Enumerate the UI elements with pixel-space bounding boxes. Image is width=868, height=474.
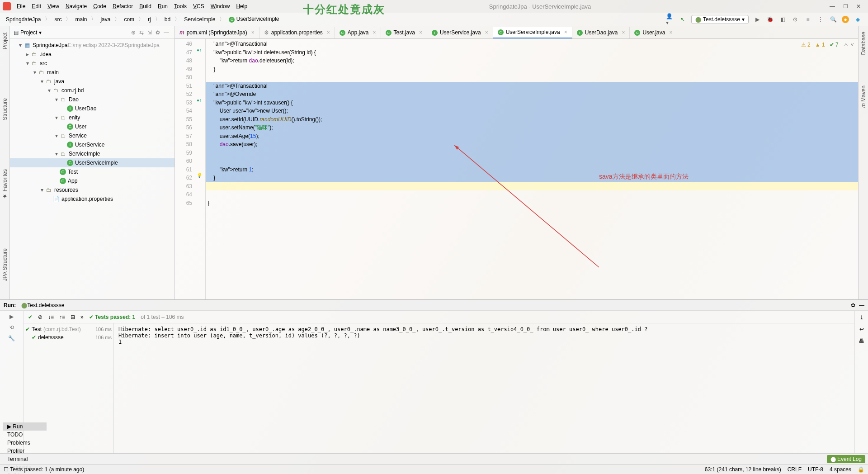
crumb-7[interactable]: ServiceImple — [181, 15, 218, 24]
crumb-2[interactable]: main — [72, 15, 90, 24]
menu-navigate[interactable]: Navigate — [62, 2, 90, 11]
editor-tab[interactable]: CUserServiceImple.java× — [493, 27, 572, 38]
project-toolwindow-tab[interactable]: Project — [2, 31, 8, 51]
profile-icon[interactable]: ⊙ — [791, 15, 799, 24]
toolbox-icon[interactable]: ◆ — [854, 15, 862, 24]
jpa-structure-tab[interactable]: JPA Structure — [2, 246, 8, 283]
run-config-selector[interactable]: ⬤Test.deletsssse▾ — [691, 15, 749, 24]
code-line[interactable]: } — [206, 199, 858, 208]
code-line[interactable]: "kw">return 1; — [206, 166, 858, 174]
tab-close-icon[interactable]: × — [564, 29, 567, 35]
locate-icon[interactable]: ⊕ — [129, 29, 137, 36]
tab-close-icon[interactable]: × — [485, 29, 488, 36]
tab-close-icon[interactable]: × — [251, 29, 255, 36]
bottom-tab-run[interactable]: ▶ Run — [3, 422, 47, 431]
tree-node[interactable]: ▾🗀resources — [10, 185, 175, 194]
encoding[interactable]: UTF-8 — [808, 466, 823, 473]
menu-refactor[interactable]: Refactor — [109, 2, 136, 11]
tree-node[interactable]: IUserDao — [10, 104, 175, 113]
minimize-icon[interactable]: — — [830, 3, 835, 9]
menu-build[interactable]: Build — [136, 2, 155, 11]
editor-tab[interactable]: CTest.java× — [381, 27, 427, 38]
bottom-tab-todo[interactable]: TODO — [3, 431, 47, 439]
editor-tab[interactable]: CUser.java× — [630, 27, 677, 38]
tree-node[interactable]: CUserServiceImple — [10, 158, 175, 167]
editor-tab[interactable]: IUserService.java× — [427, 27, 493, 38]
scroll-icon[interactable]: ⤓ — [859, 314, 864, 321]
bottom-tab-terminal[interactable]: Terminal — [3, 455, 47, 463]
test-row[interactable]: ✔deletsssse106 ms — [25, 333, 112, 341]
crumb-6[interactable]: bd — [161, 15, 174, 24]
crumb-1[interactable]: src — [51, 15, 65, 24]
expand-all-icon[interactable]: ⊟ — [71, 314, 75, 320]
menu-run[interactable]: Run — [155, 2, 171, 11]
code-editor[interactable]: 4647484950515253545556575859606162636465… — [175, 39, 858, 299]
tab-close-icon[interactable]: × — [373, 29, 376, 36]
project-view-label[interactable]: Project — [20, 29, 37, 36]
code-line[interactable]: "kw">public "kw">int deleteuser(String i… — [206, 48, 858, 57]
toggle-icon[interactable]: ⟲ — [9, 324, 14, 331]
menu-window[interactable]: Window — [208, 2, 233, 11]
tab-close-icon[interactable]: × — [669, 29, 672, 36]
sort2-icon[interactable]: ↑≡ — [59, 314, 65, 320]
code-line[interactable]: user.setAge(15); — [206, 132, 858, 141]
code-line[interactable]: "kw">return dao.deleteuser(id); — [206, 57, 858, 65]
test-row[interactable]: ✔Test(com.rj.bd.Test)106 ms — [25, 325, 112, 333]
tree-node[interactable]: IUserService — [10, 140, 175, 149]
menu-help[interactable]: Help — [233, 2, 250, 11]
tab-close-icon[interactable]: × — [327, 29, 330, 36]
crumb-3[interactable]: java — [97, 15, 113, 24]
event-log-button[interactable]: ⬤ Event Log — [827, 455, 865, 463]
code-line[interactable]: "ann">@Transactional — [206, 40, 858, 48]
code-line[interactable]: user.setId(UUID.randomUUID().toString())… — [206, 115, 858, 124]
editor-tab[interactable]: IUserDao.java× — [572, 27, 630, 38]
code-line[interactable]: } — [206, 65, 858, 74]
coverage-icon[interactable]: ◧ — [778, 15, 787, 24]
tree-node[interactable]: ▾🗀enity — [10, 113, 175, 122]
database-toolwindow-tab[interactable]: Database — [860, 30, 867, 57]
tree-node[interactable]: CApp — [10, 176, 175, 185]
run-settings-icon[interactable]: ✿ — [851, 302, 855, 308]
tree-node[interactable]: ▾🗀main — [10, 68, 175, 77]
bottom-tab-profiler[interactable]: Profiler — [3, 447, 47, 455]
structure-toolwindow-tab[interactable]: Structure — [2, 96, 8, 122]
tree-node[interactable]: ▾🗀java — [10, 77, 175, 86]
wrench-icon[interactable]: 🔧 — [8, 335, 15, 341]
code-line[interactable]: "ann">@Override — [206, 90, 858, 99]
code-line[interactable]: dao.save(user); — [206, 140, 858, 149]
ide-update-icon[interactable]: ● — [842, 16, 849, 23]
search-icon[interactable]: 🔍 — [829, 15, 837, 24]
tree-node[interactable]: ▾🗀ServiceImple — [10, 149, 175, 158]
collapse-icon[interactable]: ⇲ — [146, 29, 154, 36]
rerun-icon[interactable]: ▶ — [9, 313, 14, 320]
wrap-icon[interactable]: ↩ — [859, 326, 864, 332]
editor-tab[interactable]: CApp.java× — [335, 27, 381, 38]
close-icon[interactable]: ✕ — [856, 3, 861, 9]
menu-view[interactable]: View — [44, 2, 62, 11]
code-line[interactable]: user.setName("猫咪"); — [206, 123, 858, 132]
menu-vcs[interactable]: VCS — [190, 2, 208, 11]
tree-node[interactable]: 📄application.properties — [10, 194, 175, 204]
crumb-0[interactable]: SpringdateJpa — [3, 15, 44, 24]
menu-edit[interactable]: Edit — [28, 2, 44, 11]
code-line[interactable] — [206, 190, 858, 199]
project-tree[interactable]: ▾▦SpringdateJpa E:\my eclisp 2022-3-23\S… — [10, 39, 175, 299]
code-line[interactable] — [206, 182, 858, 191]
fail-filter-icon[interactable]: ⊘ — [38, 314, 42, 320]
tree-node[interactable]: ▾🗀src — [10, 59, 175, 68]
more-icon[interactable]: ⋮ — [816, 15, 825, 24]
code-line[interactable]: "ann">@Transactional — [206, 82, 858, 90]
code-line[interactable] — [206, 73, 858, 82]
debug-icon[interactable]: 🐞 — [766, 15, 774, 24]
menu-tools[interactable]: Tools — [171, 2, 190, 11]
tree-node[interactable]: ▸🗀.idea — [10, 50, 175, 59]
indent[interactable]: 4 spaces — [830, 466, 851, 473]
code-line[interactable] — [206, 149, 858, 157]
favorites-toolwindow-tab[interactable]: ★ Favorites — [2, 167, 8, 201]
bottom-tab-problems[interactable]: Problems — [3, 439, 47, 447]
crumb-8[interactable]: C UserServiceImple — [226, 14, 282, 24]
run-icon[interactable]: ▶ — [753, 15, 761, 24]
user-icon[interactable]: 👤▾ — [666, 15, 674, 24]
tab-close-icon[interactable]: × — [622, 29, 625, 36]
menu-file[interactable]: File — [14, 2, 28, 11]
